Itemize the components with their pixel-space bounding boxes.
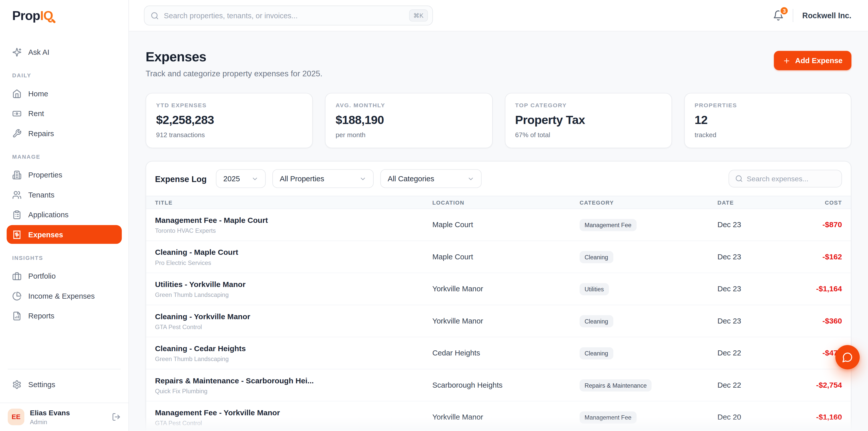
- sidebar-item-label: Expenses: [28, 230, 63, 239]
- sidebar-item-label: Home: [28, 89, 48, 98]
- expense-vendor: GTA Pest Control: [155, 419, 432, 426]
- expense-log-panel: Expense Log 2025 All Properties: [146, 161, 851, 431]
- add-expense-button[interactable]: Add Expense: [774, 51, 851, 70]
- sidebar-item-applications[interactable]: Applications: [7, 205, 122, 224]
- topbar: ⌘K 3 Rockwell Inc.: [129, 0, 868, 31]
- banknote-icon: [12, 109, 22, 118]
- category-badge: Cleaning: [580, 251, 613, 263]
- table-row[interactable]: Utilities - Yorkville Manor Green Thumb …: [146, 273, 851, 305]
- file-chart-icon: [12, 311, 22, 321]
- sidebar-item-label: Rent: [28, 109, 44, 118]
- expense-date: Dec 23: [717, 317, 795, 325]
- stat-card-top-category: TOP CATEGORY Property Tax 67% of total: [504, 93, 672, 148]
- stat-sub: 67% of total: [515, 131, 661, 139]
- sidebar-divider: [8, 369, 121, 369]
- stat-card-properties: PROPERTIES 12 tracked: [684, 93, 851, 148]
- home-icon: [12, 89, 22, 98]
- notification-badge: 3: [780, 6, 789, 15]
- expense-log-header: Expense Log 2025 All Properties: [146, 162, 851, 196]
- pie-chart-icon: [12, 291, 22, 300]
- stat-label: AVG. MONTHLY: [336, 102, 482, 108]
- expense-vendor: Green Thumb Landscaping: [155, 355, 432, 362]
- search-icon: [151, 11, 159, 20]
- sidebar-item-label: Repairs: [28, 129, 54, 137]
- expense-search-input[interactable]: [747, 174, 835, 183]
- page-header-text: Expenses Track and categorize property e…: [146, 49, 322, 78]
- sidebar-item-ask-ai[interactable]: Ask AI: [7, 42, 122, 61]
- expense-title-cell: Cleaning - Yorkville Manor GTA Pest Cont…: [155, 312, 432, 330]
- global-search[interactable]: ⌘K: [144, 6, 433, 26]
- brand-name-accent: IQ: [40, 8, 53, 23]
- main-content: Expenses Track and categorize property e…: [129, 31, 868, 431]
- expense-category-cell: Management Fee: [580, 411, 717, 423]
- table-row[interactable]: Cleaning - Cedar Heights Green Thumb Lan…: [146, 337, 851, 369]
- logout-icon[interactable]: [112, 412, 121, 421]
- expense-category-cell: Cleaning: [580, 347, 717, 359]
- expense-cost: -$2,754: [795, 381, 842, 390]
- expense-title-cell: Cleaning - Cedar Heights Green Thumb Lan…: [155, 344, 432, 362]
- expense-location: Yorkville Manor: [432, 317, 580, 325]
- table-row[interactable]: Management Fee - Maple Court Toronto HVA…: [146, 209, 851, 241]
- topbar-divider: [793, 9, 794, 22]
- property-filter-value: All Properties: [280, 174, 324, 183]
- sidebar-item-portfolio[interactable]: Portfolio: [7, 266, 122, 285]
- sidebar-item-reports[interactable]: Reports: [7, 306, 122, 325]
- receipt-icon: [12, 230, 22, 239]
- sidebar-item-settings[interactable]: Settings: [7, 375, 122, 394]
- sidebar-item-income-expenses[interactable]: Income & Expenses: [7, 287, 122, 305]
- stat-card-ytd: YTD EXPENSES $2,258,283 912 transactions: [146, 93, 313, 148]
- property-filter-dropdown[interactable]: All Properties: [273, 169, 374, 188]
- column-header-cost: COST: [795, 199, 842, 205]
- year-filter-dropdown[interactable]: 2025: [216, 169, 266, 188]
- sidebar-item-label: Income & Expenses: [28, 292, 95, 300]
- stat-sub: per month: [336, 131, 482, 139]
- sidebar-item-home[interactable]: Home: [7, 84, 122, 103]
- briefcase-icon: [12, 271, 22, 281]
- chevron-down-icon: [246, 175, 259, 182]
- expense-date: Dec 23: [717, 221, 795, 229]
- brand-logo[interactable]: PropIQ: [0, 0, 128, 31]
- expense-vendor: Green Thumb Landscaping: [155, 291, 432, 298]
- user-profile[interactable]: EE Elias Evans Admin: [0, 403, 128, 431]
- sidebar-item-label: Properties: [28, 171, 62, 179]
- sidebar-item-label: Portfolio: [28, 272, 56, 280]
- sidebar-item-rent[interactable]: Rent: [7, 104, 122, 123]
- expense-vendor: Toronto HVAC Experts: [155, 227, 432, 233]
- sidebar-item-expenses[interactable]: Expenses: [7, 225, 122, 244]
- table-row[interactable]: Management Fee - Yorkville Manor GTA Pes…: [146, 401, 851, 431]
- expense-title-cell: Cleaning - Maple Court Pro Electric Serv…: [155, 248, 432, 266]
- expense-search[interactable]: [728, 170, 842, 188]
- notifications-button[interactable]: 3: [773, 10, 784, 21]
- global-search-input[interactable]: [164, 11, 404, 20]
- table-row[interactable]: Repairs & Maintenance - Scarborough Hei.…: [146, 369, 851, 402]
- chat-fab[interactable]: [835, 345, 860, 369]
- sidebar-item-properties[interactable]: Properties: [7, 165, 122, 184]
- expense-vendor: Pro Electric Services: [155, 259, 432, 266]
- table-row[interactable]: Cleaning - Maple Court Pro Electric Serv…: [146, 241, 851, 273]
- category-filter-value: All Categories: [388, 174, 434, 183]
- page-subtitle: Track and categorize property expenses f…: [146, 69, 322, 78]
- column-header-title: TITLE: [155, 199, 432, 205]
- app-root: PropIQ Ask AI DAILY Home Rent: [0, 0, 868, 431]
- clipboard-icon: [12, 210, 22, 219]
- expense-date: Dec 22: [717, 349, 795, 357]
- stat-sub: 912 transactions: [156, 131, 302, 139]
- expense-date: Dec 20: [717, 413, 795, 421]
- sidebar-item-label: Applications: [28, 210, 68, 219]
- sidebar-item-label: Reports: [28, 311, 54, 320]
- category-filter-dropdown[interactable]: All Categories: [380, 169, 482, 188]
- table-row[interactable]: Cleaning - Yorkville Manor GTA Pest Cont…: [146, 305, 851, 337]
- chat-bubble-icon: [842, 352, 853, 363]
- expense-title: Management Fee - Yorkville Manor: [155, 408, 432, 417]
- expense-location: Maple Court: [432, 221, 580, 229]
- user-role: Admin: [30, 419, 70, 425]
- chevron-down-icon: [462, 175, 475, 182]
- sidebar-item-tenants[interactable]: Tenants: [7, 185, 122, 204]
- expense-title: Utilities - Yorkville Manor: [155, 280, 432, 289]
- category-badge: Management Fee: [580, 411, 637, 423]
- table-body: Management Fee - Maple Court Toronto HVA…: [146, 209, 851, 431]
- expense-log-title: Expense Log: [155, 174, 207, 183]
- search-shortcut-hint: ⌘K: [409, 9, 428, 22]
- category-badge: Repairs & Maintenance: [580, 379, 652, 391]
- sidebar-item-repairs[interactable]: Repairs: [7, 124, 122, 143]
